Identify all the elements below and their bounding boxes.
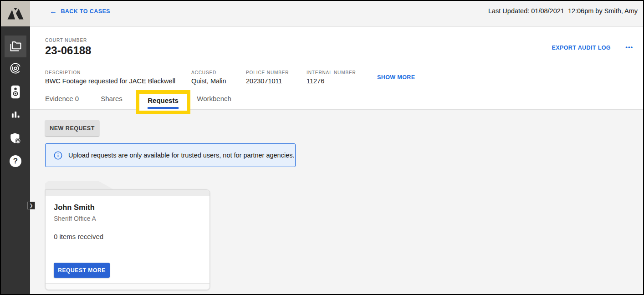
field-label: POLICE NUMBER xyxy=(246,70,307,75)
field-label: INTERNAL NUMBER xyxy=(307,70,377,75)
info-banner-text: Upload requests are only available for t… xyxy=(68,152,295,159)
tab-shares[interactable]: Shares xyxy=(101,95,123,109)
request-card-body: John Smith Sheriff Office A 0 items rece… xyxy=(45,189,210,290)
back-arrow-icon: ← xyxy=(50,7,57,15)
field-value: Quist, Malin xyxy=(191,77,246,85)
request-card: John Smith Sheriff Office A 0 items rece… xyxy=(45,181,210,290)
tab-label: Evidence 0 xyxy=(45,95,79,102)
request-card-header-strip xyxy=(46,190,210,196)
request-items-status: 0 items received xyxy=(54,233,201,240)
info-banner: Upload requests are only available for t… xyxy=(45,143,296,167)
request-card-content: John Smith Sheriff Office A 0 items rece… xyxy=(46,196,210,278)
axon-logo[interactable] xyxy=(1,1,30,26)
fingerprint-icon xyxy=(9,62,22,75)
request-card-folder-tab xyxy=(45,181,114,190)
sidebar-expand-button[interactable]: ❯ xyxy=(27,202,35,209)
shield-user-icon xyxy=(9,132,22,145)
folder-icon xyxy=(9,40,22,53)
export-audit-log-link[interactable]: EXPORT AUDIT LOG xyxy=(552,45,611,51)
field-label: ACCUSED xyxy=(191,70,246,75)
sidebar-item-cases[interactable] xyxy=(5,36,26,57)
sidebar-item-help[interactable]: ? xyxy=(1,152,30,170)
show-more-link[interactable]: SHOW MORE xyxy=(377,74,415,85)
case-fields-row: DESCRIPTION BWC Footage requested for JA… xyxy=(45,70,415,85)
sidebar-item-admin[interactable] xyxy=(1,129,30,148)
field-value: BWC Footage requested for JACE Blackwell xyxy=(45,77,191,85)
field-internal-number: INTERNAL NUMBER 11276 xyxy=(307,70,377,85)
requests-tab-highlight: Requests xyxy=(136,90,190,114)
new-request-button[interactable]: NEW REQUEST xyxy=(45,120,99,136)
highlighted-tab-label[interactable]: Requests xyxy=(148,97,179,104)
bar-chart-icon xyxy=(10,109,21,121)
tab-workbench[interactable]: Workbench xyxy=(197,95,231,109)
back-to-cases-label: BACK TO CASES xyxy=(61,8,110,15)
last-updated-text: Last Updated: 01/08/2021 12:06pm by Smit… xyxy=(488,7,638,15)
case-header: COURT NUMBER 23-06188 EXPORT AUDIT LOG •… xyxy=(30,27,643,110)
request-more-button[interactable]: REQUEST MORE xyxy=(54,263,110,278)
sidebar-item-analytics[interactable] xyxy=(1,106,30,124)
sidebar: ? xyxy=(1,1,30,294)
court-number-value: 23-06188 xyxy=(45,44,91,57)
chevron-right-icon: ❯ xyxy=(29,203,33,208)
body-camera-icon xyxy=(10,85,20,99)
app-window: ? ❯ ← BACK TO CASES Last Updated: 01/08/… xyxy=(0,0,644,295)
field-label: DESCRIPTION xyxy=(45,70,191,75)
active-tab-underline xyxy=(148,107,179,109)
sidebar-item-devices[interactable] xyxy=(1,82,30,102)
court-number-label: COURT NUMBER xyxy=(45,38,87,43)
sidebar-item-evidence[interactable] xyxy=(1,59,30,77)
tab-evidence[interactable]: Evidence 0 xyxy=(45,95,79,109)
field-value: 11276 xyxy=(307,77,377,85)
back-to-cases-link[interactable]: ← BACK TO CASES xyxy=(50,7,110,15)
field-description: DESCRIPTION BWC Footage requested for JA… xyxy=(45,70,191,85)
request-recipient-agency: Sheriff Office A xyxy=(54,215,201,222)
tab-label: Shares xyxy=(101,95,123,102)
more-options-icon[interactable]: ••• xyxy=(625,44,633,51)
field-accused: ACCUSED Quist, Malin xyxy=(191,70,246,85)
topbar: ← BACK TO CASES Last Updated: 01/08/2021… xyxy=(30,1,643,27)
help-icon: ? xyxy=(10,155,21,167)
request-card-footer xyxy=(46,283,210,290)
tab-label: Workbench xyxy=(197,95,231,102)
field-police-number: POLICE NUMBER 2023071011 xyxy=(246,70,307,85)
info-icon xyxy=(54,151,62,160)
request-recipient-name: John Smith xyxy=(54,203,201,212)
field-value: 2023071011 xyxy=(246,77,307,85)
axon-delta-icon xyxy=(7,8,24,20)
